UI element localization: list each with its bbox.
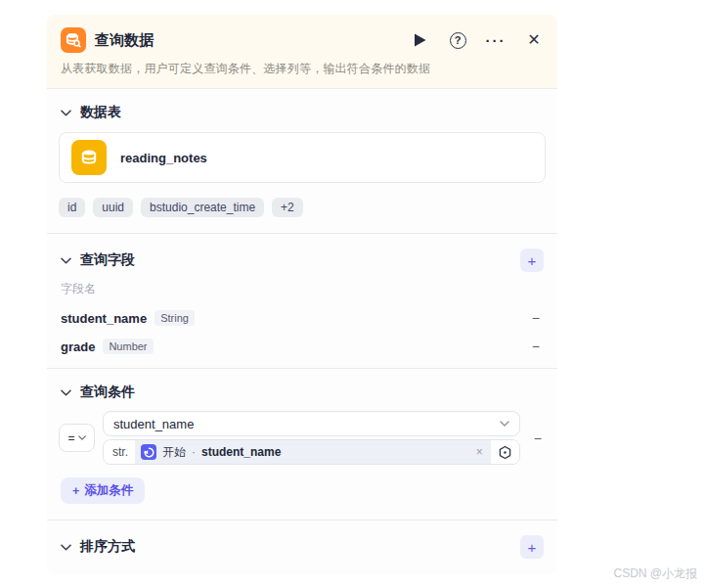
nut-settings-icon	[498, 445, 512, 460]
condition-field-value: student_name	[113, 417, 194, 431]
section-label: 查询条件	[80, 384, 544, 401]
database-search-icon	[65, 31, 82, 49]
run-button[interactable]	[410, 30, 429, 50]
chevron-down-icon	[61, 544, 71, 551]
column-chip: uuid	[93, 198, 133, 217]
operator-value: =	[67, 431, 74, 445]
watermark: CSDN @小龙报	[613, 565, 697, 582]
field-type-badge: String	[154, 310, 195, 326]
field-row: grade Number −	[61, 339, 544, 354]
chevron-down-icon	[78, 435, 86, 440]
add-sort-button[interactable]: +	[520, 535, 544, 559]
play-icon	[414, 33, 426, 47]
add-condition-label: 添加条件	[84, 482, 133, 499]
value-type-prefix: str.	[104, 440, 135, 464]
sort-section-header[interactable]: 排序方式 +	[59, 520, 546, 559]
data-table-section: 数据表 reading_notes id uuid bstudio_create…	[47, 89, 557, 217]
start-node-icon	[141, 444, 156, 460]
reference-field: student_name	[201, 445, 281, 459]
help-icon: ?	[450, 32, 466, 49]
node-description: 从表获取数据，用户可定义查询条件、选择列等，输出符合条件的数据	[61, 61, 544, 77]
value-settings-button[interactable]	[491, 440, 519, 464]
section-label: 查询字段	[80, 251, 520, 269]
remove-field-button[interactable]: −	[528, 339, 544, 353]
query-data-node-panel: 查询数据 ? ··· ✕ 从表获取数据，用户可定义查询条件、选择列等，输出符合条	[47, 15, 557, 575]
sort-section: 排序方式 +	[47, 520, 557, 575]
close-button[interactable]: ✕	[524, 30, 544, 50]
plus-icon: +	[72, 484, 79, 498]
section-label: 数据表	[80, 104, 544, 121]
operator-select[interactable]: =	[59, 424, 95, 452]
query-conditions-section: 查询条件 = student_name str.	[47, 369, 557, 520]
chevron-down-icon	[500, 421, 509, 427]
more-options-button[interactable]: ···	[486, 30, 506, 50]
page-title: 查询数据	[95, 31, 410, 50]
field-row: student_name String −	[61, 310, 544, 326]
field-name: grade	[61, 339, 95, 354]
query-fields-section-header[interactable]: 查询字段 +	[59, 234, 546, 272]
section-label: 排序方式	[80, 538, 520, 556]
add-condition-button[interactable]: + 添加条件	[61, 477, 145, 504]
query-data-node-icon	[61, 27, 86, 53]
field-name: student_name	[61, 311, 147, 326]
field-name-column-header: 字段名	[61, 281, 544, 297]
more-columns-chip[interactable]: +2	[272, 198, 303, 217]
field-type-badge: Number	[103, 339, 153, 354]
table-name: reading_notes	[120, 151, 207, 165]
remove-field-button[interactable]: −	[528, 311, 544, 325]
table-database-icon	[71, 140, 107, 175]
selected-table-card[interactable]: reading_notes	[59, 132, 546, 183]
query-conditions-section-header[interactable]: 查询条件	[59, 369, 546, 401]
data-table-section-header[interactable]: 数据表	[59, 89, 546, 121]
column-chip: id	[59, 198, 85, 217]
condition-row: = student_name str.	[59, 411, 546, 465]
table-columns-chips: id uuid bstudio_create_time +2	[59, 198, 546, 217]
help-button[interactable]: ?	[448, 30, 467, 50]
panel-header: 查询数据 ? ··· ✕ 从表获取数据，用户可定义查询条件、选择列等，输出符合条	[47, 15, 557, 88]
condition-field-select[interactable]: student_name	[103, 411, 520, 436]
clear-value-icon[interactable]: ×	[476, 445, 483, 459]
condition-value-input[interactable]: str. 开始 · student_name ×	[103, 439, 520, 465]
remove-condition-button[interactable]: −	[530, 431, 546, 445]
reference-separator: ·	[192, 445, 196, 459]
add-field-button[interactable]: +	[520, 249, 544, 272]
ellipsis-icon: ···	[486, 33, 507, 48]
chevron-down-icon	[61, 110, 71, 116]
reference-source: 开始	[162, 444, 186, 461]
variable-reference-token[interactable]: 开始 · student_name ×	[135, 440, 491, 464]
close-icon: ✕	[527, 32, 540, 48]
query-fields-section: 查询字段 + 字段名 student_name String − grade N…	[47, 234, 557, 354]
column-chip: bstudio_create_time	[141, 198, 264, 217]
chevron-down-icon	[61, 389, 71, 396]
chevron-down-icon	[61, 257, 71, 264]
